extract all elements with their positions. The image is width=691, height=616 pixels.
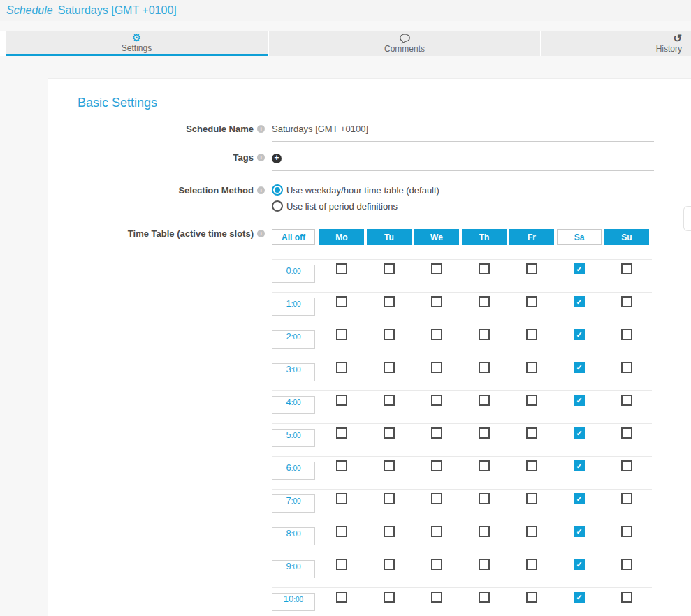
timeslot-checkbox-th-4-00[interactable] [479, 395, 490, 406]
timeslot-checkbox-sa-9-00[interactable]: ✓ [574, 559, 585, 570]
timeslot-checkbox-su-4-00[interactable] [621, 395, 632, 406]
timeslot-checkbox-mo-2-00[interactable] [336, 329, 347, 340]
hour-button-0-00[interactable]: 0:00 [272, 265, 315, 283]
timeslot-checkbox-fr-10-00[interactable] [526, 592, 537, 603]
timeslot-checkbox-mo-8-00[interactable] [336, 526, 347, 537]
radio-unselected-icon[interactable] [272, 200, 283, 212]
timeslot-checkbox-sa-7-00[interactable]: ✓ [574, 493, 585, 504]
info-icon[interactable]: i [257, 186, 265, 194]
timeslot-checkbox-mo-0-00[interactable] [336, 263, 347, 274]
timeslot-checkbox-sa-0-00[interactable]: ✓ [574, 263, 585, 274]
timeslot-checkbox-sa-1-00[interactable]: ✓ [574, 296, 585, 307]
timeslot-checkbox-tu-6-00[interactable] [384, 460, 395, 471]
day-button-tu[interactable]: Tu [367, 229, 412, 245]
timeslot-checkbox-sa-4-00[interactable]: ✓ [574, 395, 585, 406]
timeslot-checkbox-su-5-00[interactable] [621, 427, 632, 439]
timeslot-checkbox-we-5-00[interactable] [431, 427, 442, 439]
timeslot-checkbox-tu-1-00[interactable] [384, 296, 395, 307]
timeslot-checkbox-we-8-00[interactable] [431, 526, 442, 537]
tab-settings[interactable]: ⚙ Settings [6, 31, 268, 56]
timeslot-checkbox-we-0-00[interactable] [431, 263, 442, 274]
timeslot-checkbox-su-6-00[interactable] [621, 460, 632, 471]
add-tag-button[interactable]: + [272, 154, 282, 163]
hour-button-3-00[interactable]: 3:00 [272, 363, 315, 381]
timeslot-checkbox-su-1-00[interactable] [621, 296, 632, 307]
radio-selected-icon[interactable] [272, 184, 283, 196]
info-icon[interactable]: i [257, 230, 265, 237]
timeslot-checkbox-we-7-00[interactable] [431, 493, 442, 504]
timeslot-checkbox-we-1-00[interactable] [431, 296, 442, 307]
timeslot-checkbox-su-2-00[interactable] [621, 329, 632, 340]
timeslot-checkbox-tu-3-00[interactable] [384, 362, 395, 373]
timeslot-checkbox-tu-2-00[interactable] [384, 329, 395, 340]
timeslot-checkbox-fr-7-00[interactable] [526, 493, 537, 504]
timeslot-checkbox-we-3-00[interactable] [431, 362, 442, 373]
info-icon[interactable]: i [257, 125, 265, 133]
timeslot-checkbox-th-2-00[interactable] [479, 329, 490, 340]
timeslot-checkbox-sa-10-00[interactable]: ✓ [574, 592, 585, 603]
timeslot-checkbox-we-4-00[interactable] [431, 395, 442, 406]
timeslot-checkbox-fr-6-00[interactable] [526, 460, 537, 471]
day-button-fr[interactable]: Fr [509, 229, 554, 245]
timeslot-checkbox-we-6-00[interactable] [431, 460, 442, 471]
info-icon[interactable]: i [257, 154, 265, 161]
selection-method-option-1[interactable]: Use list of period definitions [272, 200, 439, 212]
timeslot-checkbox-mo-6-00[interactable] [336, 460, 347, 471]
selection-method-option-0[interactable]: Use weekday/hour time table (default) [272, 184, 439, 196]
hour-button-9-00[interactable]: 9:00 [272, 560, 315, 578]
timeslot-checkbox-fr-8-00[interactable] [526, 526, 537, 537]
timeslot-checkbox-sa-2-00[interactable]: ✓ [574, 329, 585, 340]
day-button-sa[interactable]: Sa [557, 229, 602, 245]
timeslot-checkbox-su-10-00[interactable] [621, 592, 632, 603]
timeslot-checkbox-we-2-00[interactable] [431, 329, 442, 340]
timeslot-checkbox-mo-1-00[interactable] [336, 296, 347, 307]
timeslot-checkbox-mo-4-00[interactable] [336, 395, 347, 406]
timeslot-checkbox-fr-0-00[interactable] [526, 263, 537, 274]
timeslot-checkbox-th-0-00[interactable] [479, 263, 490, 274]
timeslot-checkbox-su-3-00[interactable] [621, 362, 632, 373]
day-button-we[interactable]: We [414, 229, 459, 245]
timeslot-checkbox-tu-10-00[interactable] [384, 592, 395, 603]
timeslot-checkbox-su-9-00[interactable] [621, 559, 632, 570]
timeslot-checkbox-mo-3-00[interactable] [336, 362, 347, 373]
timeslot-checkbox-mo-7-00[interactable] [336, 493, 347, 504]
day-button-th[interactable]: Th [462, 229, 507, 245]
timeslot-checkbox-tu-0-00[interactable] [384, 263, 395, 274]
timeslot-checkbox-su-7-00[interactable] [621, 493, 632, 504]
timeslot-checkbox-fr-2-00[interactable] [526, 329, 537, 340]
timeslot-checkbox-th-9-00[interactable] [479, 559, 490, 570]
timeslot-checkbox-fr-1-00[interactable] [526, 296, 537, 307]
hour-button-5-00[interactable]: 5:00 [272, 429, 315, 447]
tab-history[interactable]: ↺ History [541, 31, 691, 56]
day-button-mo[interactable]: Mo [319, 229, 364, 245]
timeslot-checkbox-mo-5-00[interactable] [336, 427, 347, 439]
timeslot-checkbox-th-5-00[interactable] [479, 427, 490, 439]
timeslot-checkbox-su-8-00[interactable] [621, 526, 632, 537]
timeslot-checkbox-th-3-00[interactable] [479, 362, 490, 373]
tab-comments[interactable]: Comments [269, 31, 540, 56]
timeslot-checkbox-sa-8-00[interactable]: ✓ [574, 526, 585, 537]
timeslot-checkbox-we-9-00[interactable] [431, 559, 442, 570]
timeslot-checkbox-tu-5-00[interactable] [384, 427, 395, 439]
schedule-name-input[interactable]: Saturdays [GMT +0100] [272, 122, 654, 142]
timeslot-checkbox-th-8-00[interactable] [479, 526, 490, 537]
timeslot-checkbox-th-1-00[interactable] [479, 296, 490, 307]
timeslot-checkbox-th-6-00[interactable] [479, 460, 490, 471]
timeslot-checkbox-tu-7-00[interactable] [384, 493, 395, 504]
hour-button-4-00[interactable]: 4:00 [272, 396, 315, 414]
timeslot-checkbox-sa-6-00[interactable]: ✓ [574, 460, 585, 471]
side-panel-handle[interactable] [683, 206, 691, 231]
timeslot-checkbox-th-7-00[interactable] [479, 493, 490, 504]
hour-button-10-00[interactable]: 10:00 [272, 593, 315, 611]
hour-button-6-00[interactable]: 6:00 [272, 462, 315, 480]
hour-button-1-00[interactable]: 1:00 [272, 298, 315, 316]
timeslot-checkbox-fr-9-00[interactable] [526, 559, 537, 570]
timeslot-checkbox-we-10-00[interactable] [431, 592, 442, 603]
timeslot-checkbox-tu-8-00[interactable] [384, 526, 395, 537]
hour-button-7-00[interactable]: 7:00 [272, 494, 315, 513]
timeslot-checkbox-tu-9-00[interactable] [384, 559, 395, 570]
timeslot-checkbox-sa-3-00[interactable]: ✓ [574, 362, 585, 373]
timeslot-checkbox-sa-5-00[interactable]: ✓ [574, 427, 585, 439]
timeslot-checkbox-fr-4-00[interactable] [526, 395, 537, 406]
timeslot-checkbox-fr-5-00[interactable] [526, 427, 537, 439]
